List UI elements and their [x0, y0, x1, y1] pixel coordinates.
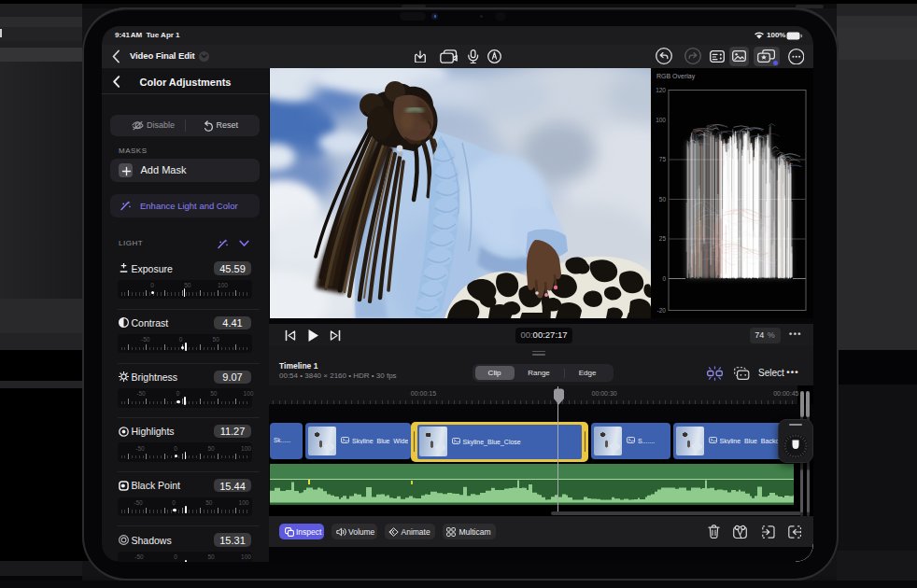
svg-text:25: 25	[659, 235, 667, 242]
svg-text:100: 100	[656, 117, 666, 123]
svg-text:0: 0	[662, 275, 666, 282]
svg-text:75: 75	[659, 156, 667, 162]
svg-text:-20: -20	[657, 307, 667, 314]
svg-text:50: 50	[659, 196, 667, 203]
svg-text:120: 120	[656, 87, 666, 93]
svg-text:RGB Overlay: RGB Overlay	[656, 73, 696, 80]
